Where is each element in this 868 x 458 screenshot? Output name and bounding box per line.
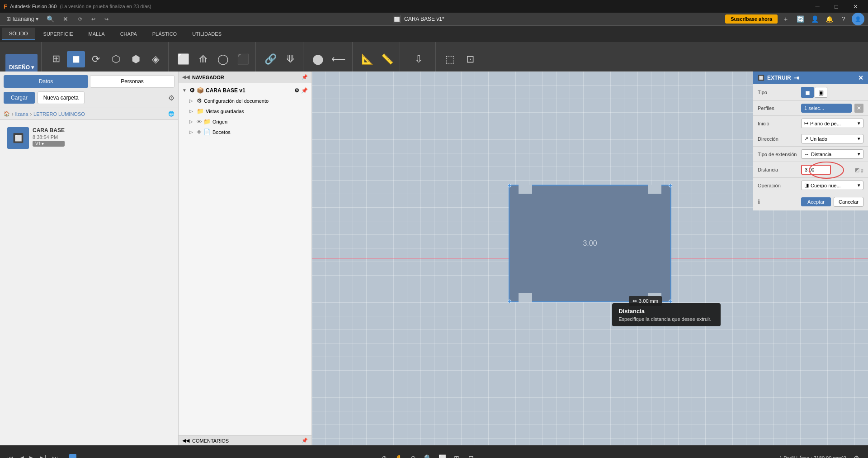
draft-btn[interactable]: ⟰ [194, 52, 212, 67]
perfiles-clear-button[interactable]: ✕ [854, 104, 863, 113]
maximize-button[interactable]: □ [827, 0, 845, 13]
tab-superficie[interactable]: SUPERFICIE [36, 28, 80, 40]
subscribe-button[interactable]: Suscríbase ahora [725, 14, 778, 24]
pan-icon[interactable]: ✋ [392, 452, 405, 458]
user-avatar[interactable]: 👤 [852, 13, 864, 25]
minimize-button[interactable]: ─ [808, 0, 826, 13]
transport-next-icon[interactable]: ▶| [38, 453, 48, 458]
undo-btn[interactable]: ↩ [89, 15, 98, 23]
scale-btn[interactable]: ⬛ [234, 52, 252, 67]
plane-btn[interactable]: ⟵ [329, 52, 349, 67]
refresh-btn[interactable]: ⟳ [75, 15, 85, 23]
nav-pin-icon2[interactable]: 📌 [301, 87, 308, 94]
rib-btn[interactable]: ◈ [146, 52, 165, 67]
tipo-ext-dropdown[interactable]: ↔ Distancia [801, 149, 863, 159]
comments-collapse-icon[interactable]: ◀◀ [182, 438, 189, 444]
transport-controls: ⏮ ◀ ▶ ▶| ⏭ [5, 453, 60, 458]
settings-gear-icon[interactable]: ⚙ [168, 94, 175, 102]
bell-icon[interactable]: 🔔 [823, 13, 835, 25]
construct-btn[interactable]: ⬤ [309, 52, 327, 67]
tab-chapa[interactable]: CHAPA [113, 28, 144, 40]
tipo-btn-surface[interactable]: ▣ [815, 87, 827, 98]
sweep-btn[interactable]: ⬡ [107, 52, 125, 67]
transport-last-icon[interactable]: ⏭ [50, 453, 60, 458]
interference-btn[interactable]: 📏 [378, 52, 396, 67]
load-button[interactable]: Cargar [4, 92, 35, 104]
operacion-dropdown[interactable]: ◨ Cuerpo nue... [801, 181, 863, 190]
distancia-label: Distancia [758, 167, 798, 172]
extruir-expand-icon[interactable]: ⇥ [794, 74, 799, 81]
accept-button[interactable]: Aceptar [801, 197, 831, 206]
home-icon[interactable]: 🏠 [4, 111, 10, 117]
help-icon[interactable]: ? [837, 13, 850, 25]
version-badge[interactable]: V1 ▾ [33, 141, 65, 147]
insert-btn[interactable]: ⇩ [410, 52, 428, 67]
redo-btn[interactable]: ↪ [102, 15, 111, 23]
distancia-input[interactable] [801, 165, 831, 175]
assemble-icon: 🔗 [264, 53, 277, 65]
filter-btn[interactable]: ⊡ [461, 52, 479, 67]
comments-pin-icon[interactable]: 📌 [302, 438, 308, 444]
extruir-info-icon[interactable]: ℹ [758, 198, 760, 205]
assemble-btn[interactable]: 🔗 [261, 52, 279, 67]
new-sketch-btn[interactable]: ⊞ [47, 51, 65, 67]
personas-tab[interactable]: Personas [90, 75, 175, 88]
nav-root-box-icon: 📦 [197, 87, 204, 94]
tab-malla[interactable]: MALLA [81, 28, 112, 40]
search-icon[interactable]: 🔍 [44, 13, 57, 25]
bottom-settings-icon[interactable]: ⚙ [850, 452, 863, 458]
profile-icon[interactable]: 👤 [808, 13, 821, 25]
zoom-fit-icon[interactable]: ⊙ [407, 452, 420, 458]
extruir-perfiles-row: Perfiles 1 selec... ✕ [753, 101, 868, 116]
close-icon[interactable]: ✕ [59, 13, 72, 25]
nav-collapse-icon[interactable]: ◀◀ [182, 74, 189, 80]
nav-item-root[interactable]: ▼ ⚙ 📦 CARA BASE v1 ⚙ 📌 [179, 85, 311, 95]
fillet-btn[interactable]: ◯ [214, 52, 232, 67]
cancel-button[interactable]: Cancelar [834, 197, 863, 207]
datos-tab[interactable]: Datos [4, 75, 88, 88]
transport-first-icon[interactable]: ⏮ [5, 453, 15, 458]
nav-item-vistas[interactable]: ▷ 📁 Vistas guardadas [179, 106, 311, 116]
tipo-btn-solid[interactable]: ◼ [801, 87, 814, 98]
new-folder-button[interactable]: Nueva carpeta [38, 91, 85, 104]
tab-plastico[interactable]: PLÁSTICO [145, 28, 184, 40]
nav-item-config[interactable]: ▷ ⚙ Configuración del documento [179, 95, 311, 106]
viewport[interactable]: 3.00 3.00 mm Distancia Especifique la di… [312, 72, 868, 445]
revolution-btn[interactable]: ⟳ [87, 52, 105, 67]
nav-settings-icon[interactable]: ⚙ [294, 87, 299, 94]
chamfer-btn[interactable]: ⬜ [174, 52, 192, 67]
file-item[interactable]: 🔲 CARA BASE 8:38:54 PM V1 ▾ [4, 124, 175, 153]
perfiles-value[interactable]: 1 selec... [801, 104, 852, 113]
joint-btn[interactable]: ⟱ [281, 52, 299, 67]
transport-prev-icon[interactable]: ◀ [17, 453, 26, 458]
add-button[interactable]: + [779, 13, 792, 25]
display-mode-icon[interactable]: ⬜ [436, 452, 448, 458]
nav-origen-label: Origen [212, 119, 227, 124]
nav-item-origen[interactable]: ▷ 👁 📁 Origen [179, 116, 311, 127]
nav-origen-vis-icon[interactable]: 👁 [197, 119, 202, 124]
timeline-marker[interactable] [69, 454, 76, 458]
zoom-select-icon[interactable]: 🔍 [421, 452, 434, 458]
breadcrumb-lizana[interactable]: lizana [15, 111, 28, 117]
bottom-toolbar: ⏮ ◀ ▶ ▶| ⏭ ⊕ ✋ ⊙ 🔍 ⬜ ⊞ ⊟ 1 Perfil | Área… [0, 445, 868, 458]
select-btn[interactable]: ⬚ [441, 52, 459, 67]
inicio-dropdown[interactable]: ↦ Plano de pe... [801, 119, 863, 128]
user-menu[interactable]: ⊞ lizanaing ▾ [4, 15, 41, 23]
measure-btn[interactable]: 📐 [358, 52, 376, 67]
snap-icon[interactable]: ⊟ [465, 452, 477, 458]
breadcrumb-letrero[interactable]: LETRERO LUMINOSO [33, 111, 85, 117]
tab-utilidades[interactable]: UTILIDADES [185, 28, 229, 40]
grid-display-icon[interactable]: ⊞ [450, 452, 463, 458]
nav-pin-icon[interactable]: 📌 [302, 74, 308, 80]
transport-play-icon[interactable]: ▶ [28, 453, 36, 458]
extruir-btn[interactable]: ◼ [67, 51, 85, 67]
direccion-dropdown[interactable]: ↗ Un lado [801, 134, 863, 143]
orbit-icon[interactable]: ⊕ [378, 452, 391, 458]
nav-item-bocetos[interactable]: ▷ 👁 📄 Bocetos [179, 127, 311, 137]
extruir-close-icon[interactable]: ✕ [858, 74, 863, 81]
tab-solido[interactable]: SÓLIDO [2, 28, 35, 40]
close-button[interactable]: ✕ [846, 0, 864, 13]
loft-btn[interactable]: ⬢ [127, 52, 145, 67]
account-icon[interactable]: 🔄 [794, 13, 807, 25]
nav-bocetos-vis-icon[interactable]: 👁 [197, 129, 202, 135]
